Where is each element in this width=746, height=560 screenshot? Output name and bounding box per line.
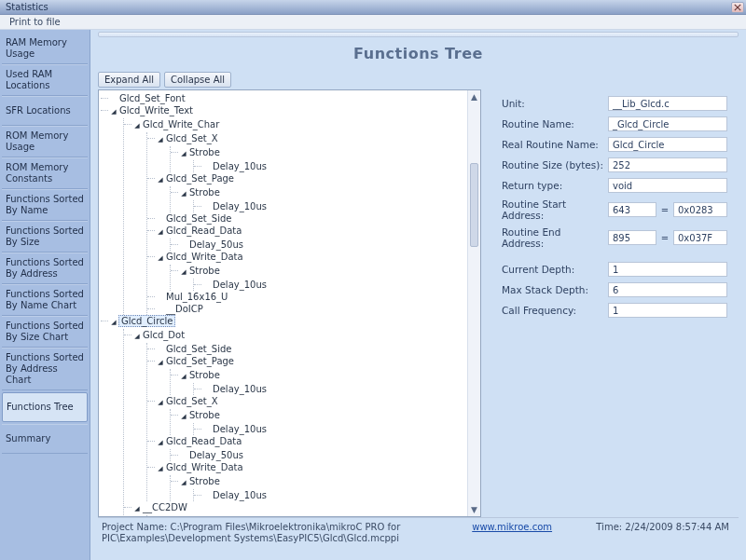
tree-toggle[interactable] xyxy=(180,147,187,160)
tree-toggle[interactable] xyxy=(157,225,164,239)
tree-toggle[interactable] xyxy=(133,119,141,132)
scroll-up-icon[interactable]: ▲ xyxy=(468,90,480,103)
real-routine-name-field[interactable]: Glcd_Circle xyxy=(608,137,727,152)
routine-size-label: Routine Size (bytes): xyxy=(502,159,604,171)
tree-node[interactable]: Strobe xyxy=(188,370,221,380)
tree-toggle[interactable] xyxy=(180,370,187,383)
tree-node[interactable]: Glcd_Set_Page xyxy=(165,173,235,184)
start-address-dec-field[interactable]: 643 xyxy=(608,202,656,217)
real-routine-name-label: Real Routine Name: xyxy=(502,139,604,150)
tree-node[interactable]: Glcd_Write_Data xyxy=(165,252,244,262)
tree-node[interactable]: Delay_50us xyxy=(188,239,244,250)
time-label: Time: 2/24/2009 8:57:44 AM xyxy=(596,522,729,532)
tree-node[interactable]: Strobe xyxy=(188,147,221,157)
tree-toggle[interactable] xyxy=(157,133,164,146)
sidebar-item-functions-by-address[interactable]: Functions Sorted By Address xyxy=(2,253,88,284)
tree-toggle[interactable] xyxy=(180,410,187,423)
tree-node[interactable]: Glcd_Set_Font xyxy=(118,93,186,103)
tree-toggle[interactable] xyxy=(180,187,187,200)
tree-node[interactable]: Delay_10us xyxy=(212,424,268,434)
equals-icon: = xyxy=(660,205,670,215)
tree-node[interactable]: Glcd_Read_Data xyxy=(165,225,242,236)
scroll-thumb[interactable] xyxy=(470,163,478,247)
print-to-file-menu[interactable]: Print to file xyxy=(6,16,64,28)
collapse-all-button[interactable]: Collapse All xyxy=(164,72,231,88)
tree-toggle[interactable] xyxy=(110,316,117,329)
tree-node[interactable]: Glcd_Set_Side xyxy=(165,213,232,224)
mikroe-link[interactable]: www.mikroe.com xyxy=(472,522,552,532)
tree-node[interactable]: Glcd_Set_Side xyxy=(165,344,232,354)
project-name-label: Project Name: C:\Program Files\Mikroelek… xyxy=(102,522,428,544)
tree-toggle[interactable] xyxy=(133,502,141,515)
sidebar-item-functions-tree[interactable]: Functions Tree xyxy=(2,392,88,422)
tree-toggle[interactable] xyxy=(133,330,141,343)
tree-node[interactable]: Strobe xyxy=(188,410,221,420)
tree-toggle[interactable] xyxy=(157,462,164,475)
tree-toggle[interactable] xyxy=(157,252,164,265)
end-address-label: Routine End Address: xyxy=(502,226,604,249)
tree-toggle[interactable] xyxy=(180,266,187,279)
tree-toggle[interactable] xyxy=(110,105,117,118)
tree-toggle[interactable] xyxy=(157,436,164,449)
tree-scrollbar[interactable]: ▲ ▼ xyxy=(467,90,480,516)
tree-node[interactable]: Glcd_Write_Char xyxy=(142,119,220,130)
tree-node[interactable]: Mul_16x16_U xyxy=(165,292,228,302)
tree-node[interactable]: __CC2DW xyxy=(142,502,188,512)
end-address-dec-field[interactable]: 895 xyxy=(608,230,656,245)
tree-node-selected[interactable]: Glcd_Circle xyxy=(118,315,175,327)
tree-node[interactable]: Delay_50us xyxy=(188,450,244,460)
sidebar-item-ram-memory-usage[interactable]: RAM Memory Usage xyxy=(2,34,88,64)
routine-name-field[interactable]: _Glcd_Circle xyxy=(608,116,727,131)
functions-tree[interactable]: Glcd_Set_Font Glcd_Write_Text Glcd_Write… xyxy=(98,89,481,517)
tree-node[interactable]: Delay_10us xyxy=(212,490,268,500)
panel-grip[interactable] xyxy=(98,32,739,37)
close-icon xyxy=(734,4,741,11)
tree-node[interactable]: Glcd_Set_X xyxy=(165,396,219,406)
close-button[interactable] xyxy=(731,2,744,13)
max-stack-depth-field[interactable]: 6 xyxy=(608,282,727,297)
start-address-hex-field[interactable]: 0x0283 xyxy=(673,202,727,217)
current-depth-label: Current Depth: xyxy=(502,264,604,275)
unit-label: Unit: xyxy=(502,98,604,109)
tree-node[interactable]: Delay_10us xyxy=(212,161,268,171)
unit-field[interactable]: __Lib_Glcd.c xyxy=(608,96,727,111)
tree-node[interactable]: Delay_10us xyxy=(212,201,268,212)
equals-icon: = xyxy=(660,233,670,243)
tree-toggle[interactable] xyxy=(157,173,164,186)
tree-node[interactable]: Glcd_Read_Data xyxy=(165,436,242,446)
tree-node[interactable]: Glcd_Dot xyxy=(142,330,186,340)
tree-node[interactable]: Strobe xyxy=(188,476,221,486)
sidebar-item-used-ram-locations[interactable]: Used RAM Locations xyxy=(2,64,88,96)
tree-toggle[interactable] xyxy=(157,396,164,409)
sidebar-item-sfr-locations[interactable]: SFR Locations xyxy=(2,96,88,126)
tree-node[interactable]: Strobe xyxy=(188,266,221,276)
return-type-field[interactable]: void xyxy=(608,178,727,193)
call-frequency-field[interactable]: 1 xyxy=(608,303,727,318)
routine-size-field[interactable]: 252 xyxy=(608,157,727,172)
tree-node[interactable]: Strobe xyxy=(188,187,221,198)
tree-toggle[interactable] xyxy=(157,356,164,369)
sidebar-item-functions-by-size-chart[interactable]: Functions Sorted By Size Chart xyxy=(2,316,88,348)
scroll-down-icon[interactable]: ▼ xyxy=(468,503,480,516)
routine-name-label: Routine Name: xyxy=(502,118,604,130)
return-type-label: Return type: xyxy=(502,180,604,191)
sidebar-item-functions-by-size[interactable]: Functions Sorted By Size xyxy=(2,221,88,253)
sidebar-item-rom-memory-constants[interactable]: ROM Memory Constants xyxy=(2,157,88,189)
sidebar-item-rom-memory-usage[interactable]: ROM Memory Usage xyxy=(2,126,88,157)
sidebar-item-functions-by-name-chart[interactable]: Functions Sorted By Name Chart xyxy=(2,284,88,316)
tree-node[interactable]: Glcd_Write_Data xyxy=(165,462,244,472)
tree-node[interactable]: __DoICP xyxy=(165,304,204,314)
expand-all-button[interactable]: Expand All xyxy=(98,72,160,88)
tree-node[interactable]: Glcd_Set_Page xyxy=(165,356,235,366)
tree-node[interactable]: Glcd_Set_X xyxy=(165,133,219,143)
sidebar-item-functions-by-addr-chart[interactable]: Functions Sorted By Address Chart xyxy=(2,348,88,390)
tree-node[interactable]: Glcd_Write_Text xyxy=(118,105,194,116)
end-address-hex-field[interactable]: 0x037F xyxy=(673,230,727,245)
window-title: Statistics xyxy=(6,2,48,12)
tree-toggle[interactable] xyxy=(180,476,187,489)
sidebar-item-summary[interactable]: Summary xyxy=(2,424,88,454)
current-depth-field[interactable]: 1 xyxy=(608,262,727,277)
tree-node[interactable]: Delay_10us xyxy=(212,280,268,290)
tree-node[interactable]: Delay_10us xyxy=(212,384,268,394)
sidebar-item-functions-by-name[interactable]: Functions Sorted By Name xyxy=(2,189,88,221)
